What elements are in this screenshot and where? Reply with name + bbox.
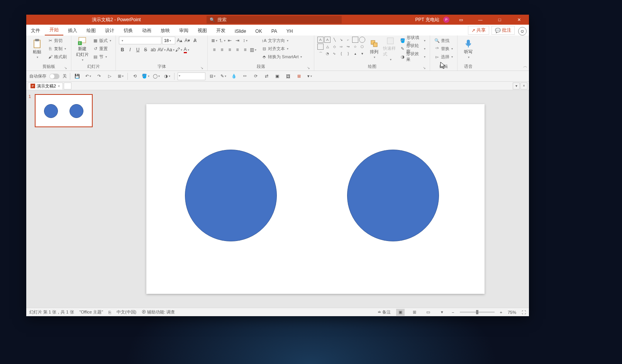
line-spacing-button[interactable]: ↕ xyxy=(242,37,249,44)
undo-icon[interactable]: ↶ xyxy=(84,72,92,80)
qat-combo[interactable] xyxy=(178,72,205,80)
distribute-button[interactable]: ≡ xyxy=(242,46,249,54)
qat-customize-icon[interactable]: ▾ xyxy=(306,72,314,80)
tab-slideshow[interactable]: 放映 xyxy=(156,26,175,35)
slide-counter[interactable]: 幻灯片 第 1 张，共 1 张 xyxy=(29,309,74,315)
slide[interactable] xyxy=(146,104,485,294)
close-doc-tab-icon[interactable]: × xyxy=(58,84,60,88)
autosave-toggle[interactable] xyxy=(49,74,59,79)
zoom-slider[interactable] xyxy=(460,312,495,313)
justify-button[interactable]: ≡ xyxy=(234,46,241,54)
convert-smartart-button[interactable]: ⬘转换为 SmartArt xyxy=(260,53,303,61)
maximize-button[interactable]: □ xyxy=(492,15,507,25)
shape-rect-icon[interactable] xyxy=(352,37,358,43)
group-tool-icon[interactable]: ▣ xyxy=(273,72,281,80)
tab-animations[interactable]: 动画 xyxy=(137,26,156,35)
italic-button[interactable]: I xyxy=(127,46,134,54)
decrease-font-icon[interactable]: A▾ xyxy=(184,37,191,44)
new-slide-button[interactable]: + 新建 幻灯片 xyxy=(75,37,90,61)
width-tool-icon[interactable]: ⊟ xyxy=(208,72,216,80)
zoom-out-icon[interactable]: − xyxy=(452,310,454,315)
shape-textbox-icon[interactable]: A xyxy=(317,37,324,43)
slide-sorter-view-icon[interactable]: ⊞ xyxy=(410,309,419,316)
find-button[interactable]: 🔍查找 xyxy=(433,37,454,44)
tab-home[interactable]: 开始 xyxy=(45,25,63,35)
shape-oval-2[interactable] xyxy=(347,150,439,241)
slide-thumbnail-1[interactable] xyxy=(35,94,93,127)
layout-button[interactable]: ▦版式 xyxy=(92,37,112,44)
clipboard-launcher-icon[interactable]: ↘ xyxy=(64,66,67,70)
strikethrough-button[interactable]: S xyxy=(142,46,149,54)
tab-ok[interactable]: OK xyxy=(251,27,266,35)
font-launcher-icon[interactable]: ↘ xyxy=(200,66,203,70)
font-size-combo[interactable]: 18 xyxy=(162,37,175,44)
shape-more-up-icon[interactable]: ▴ xyxy=(352,51,358,57)
text-direction-button[interactable]: ↕A文字方向 xyxy=(260,37,303,44)
tab-review[interactable]: 审阅 xyxy=(175,26,193,35)
align-right-button[interactable]: ≡ xyxy=(226,46,233,54)
increase-font-icon[interactable]: A▴ xyxy=(176,37,183,44)
collapse-ribbon-icon[interactable]: ︿ xyxy=(523,63,527,69)
select-button[interactable]: ▻选择 xyxy=(433,53,454,61)
tab-transitions[interactable]: 切换 xyxy=(119,26,137,35)
doctab-dropdown-icon[interactable]: ▾ xyxy=(513,83,520,89)
shape-arrow-line-icon[interactable]: ↘ xyxy=(338,37,344,43)
reading-view-icon[interactable]: ▭ xyxy=(424,309,432,316)
dictate-button[interactable]: 听写 xyxy=(461,37,476,61)
tab-view[interactable]: 视图 xyxy=(193,26,212,35)
shape-brace-l-icon[interactable]: { xyxy=(338,51,344,57)
quick-styles-button[interactable]: 快速样式 xyxy=(383,37,398,61)
align-text-button[interactable]: ⊟对齐文本 xyxy=(260,45,303,52)
tab-pa[interactable]: PA xyxy=(267,27,282,35)
tab-yh[interactable]: YH xyxy=(282,27,298,35)
zoom-level[interactable]: 75% xyxy=(508,310,516,315)
minimize-button[interactable]: — xyxy=(473,15,488,25)
rotate-tool-icon[interactable]: ⟳ xyxy=(252,72,259,80)
outline-tool-icon[interactable]: ✎ xyxy=(219,72,227,80)
align-center-button[interactable]: ≡ xyxy=(219,46,225,54)
shapes-gallery[interactable]: A A ╲ ↘ ⌐ △ ◇ ⇨ ↪ ☆ ⬡ ⌒ ◔ ∿ xyxy=(317,37,365,57)
change-case-button[interactable]: Aa xyxy=(166,46,175,54)
qat-tool1-icon[interactable]: ⊞ xyxy=(117,72,124,80)
slide-canvas-area[interactable] xyxy=(102,90,529,308)
shape-triangle-icon[interactable]: △ xyxy=(324,44,330,50)
shape-arrow-r-icon[interactable]: ⇨ xyxy=(338,44,344,50)
increase-indent-button[interactable]: ⇥ xyxy=(234,37,241,44)
shape-more-icon[interactable]: ▾ xyxy=(359,51,365,57)
close-button[interactable]: ✕ xyxy=(511,15,527,25)
section-button[interactable]: ▤节 xyxy=(92,53,112,61)
shape-oval-icon[interactable] xyxy=(359,37,365,43)
tab-developer[interactable]: 开发 xyxy=(212,26,230,35)
zoom-in-icon[interactable]: + xyxy=(500,310,502,315)
tab-design[interactable]: 设计 xyxy=(100,26,119,35)
slide-thumbnails-panel[interactable]: 1 xyxy=(26,90,102,308)
tab-file[interactable]: 文件 xyxy=(26,26,45,35)
language-label[interactable]: 中文(中国) xyxy=(117,309,136,315)
shape-connector-icon[interactable]: ⌐ xyxy=(345,37,351,43)
redo-icon[interactable]: ↷ xyxy=(95,72,103,80)
shape-star-icon[interactable]: ☆ xyxy=(352,44,358,50)
shape-rect2-icon[interactable] xyxy=(317,44,324,50)
columns-button[interactable]: ▥ xyxy=(249,46,256,54)
save-icon[interactable]: 💾 xyxy=(73,72,81,80)
ribbon-display-options-icon[interactable]: ▭ xyxy=(453,15,469,25)
fill-tool-icon[interactable]: 🪣 xyxy=(142,72,149,80)
shape-tool-icon[interactable]: ◯ xyxy=(153,72,160,80)
format-painter-button[interactable]: 🖌格式刷 xyxy=(46,53,68,61)
clear-format-icon[interactable]: A̷ xyxy=(192,37,198,44)
shape-effects-button[interactable]: ◑形状效果 xyxy=(399,53,427,61)
new-doc-tab-button[interactable] xyxy=(64,83,71,89)
text-shadow-button[interactable]: ab xyxy=(150,46,157,54)
paragraph-launcher-icon[interactable]: ↘ xyxy=(307,66,310,70)
notes-button[interactable]: ≐ 备注 xyxy=(378,309,391,315)
bullets-button[interactable]: ≣ xyxy=(211,37,218,44)
shape-pie-icon[interactable]: ◔ xyxy=(324,51,330,57)
document-tab[interactable]: P 演示文稿2 × xyxy=(28,83,63,89)
office-addin-icon[interactable]: ⊞ xyxy=(295,72,303,80)
highlight-color-button[interactable]: 🖍 xyxy=(175,46,182,54)
drawing-launcher-icon[interactable]: ↘ xyxy=(423,66,426,70)
tab-draw[interactable]: 绘图 xyxy=(82,26,100,35)
share-button[interactable]: ↗ 共享 xyxy=(468,26,489,35)
reset-button[interactable]: ↺重置 xyxy=(92,45,112,52)
shape-line-icon[interactable]: ╲ xyxy=(331,37,337,43)
